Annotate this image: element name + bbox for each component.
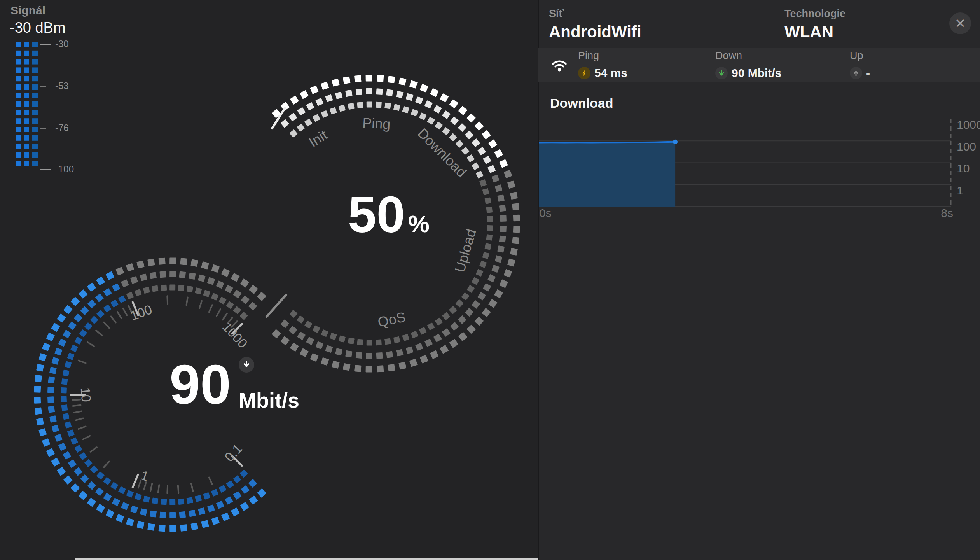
arc-dot <box>504 170 512 178</box>
signal-dot <box>16 59 21 65</box>
current-speed-readout: 90 Mbit/s <box>169 357 299 412</box>
speed-scale-label-1: 1 <box>139 467 150 484</box>
arc-dot <box>366 88 372 94</box>
arc-dot <box>497 194 505 202</box>
speed-minor-tick <box>91 447 97 452</box>
signal-dot <box>16 127 21 132</box>
speed-minor-tick <box>199 301 202 308</box>
arc-dot <box>411 331 418 338</box>
close-button[interactable]: ✕ <box>949 12 971 34</box>
signal-dot <box>16 161 21 166</box>
chart-endpoint-dot <box>673 140 678 144</box>
arc-dot <box>126 263 134 271</box>
arc-dot <box>513 226 520 233</box>
arc-dot <box>376 88 383 95</box>
arc-dot <box>386 351 393 358</box>
arc-dot <box>195 287 202 294</box>
arc-dot <box>80 306 89 315</box>
arc-dot <box>70 437 78 445</box>
arc-dot <box>178 285 184 291</box>
arc-dot <box>398 78 406 86</box>
arc-dot <box>512 203 519 210</box>
test-progress-percent: 50 % <box>323 189 455 247</box>
signal-dot <box>16 118 21 124</box>
arc-dot <box>343 77 351 84</box>
arc-dot <box>357 339 363 345</box>
arc-dot <box>136 261 144 268</box>
arc-dot <box>68 459 77 468</box>
arc-dot <box>306 102 314 111</box>
network-info: Síť AndroidWifi <box>549 9 641 40</box>
arc-dot <box>325 94 333 102</box>
arc-dot <box>335 348 342 355</box>
signal-dot <box>32 127 38 132</box>
arc-dot <box>297 124 305 132</box>
signal-dot <box>16 51 21 56</box>
arc-dot <box>211 517 220 525</box>
arc-dot <box>187 497 193 504</box>
signal-dot <box>24 161 29 166</box>
signal-dot <box>32 42 38 47</box>
arc-dot <box>377 75 384 82</box>
arc-dot <box>152 497 158 504</box>
arc-dot <box>497 245 505 253</box>
phase-label-init: Init <box>306 127 330 150</box>
signal-dot <box>32 93 38 98</box>
stat-ping: Ping 54 ms <box>578 51 627 80</box>
signal-dot <box>16 67 21 73</box>
arc-dot <box>79 491 88 500</box>
speed-value: 90 <box>169 357 231 412</box>
arc-dot <box>179 511 186 518</box>
gauge-separator-slash <box>267 295 286 317</box>
arc-dot <box>159 271 166 278</box>
arc-dot <box>135 289 142 296</box>
arc-dot <box>90 466 98 474</box>
arc-dot <box>201 520 209 528</box>
arc-dot <box>233 491 241 500</box>
arc-dot <box>330 107 337 114</box>
arc-dot <box>35 375 42 382</box>
arc-dot <box>87 481 96 490</box>
arc-dot <box>458 123 466 132</box>
arc-dot <box>495 255 503 263</box>
arc-dot <box>106 509 115 518</box>
arc-dot <box>435 122 443 130</box>
arc-dot <box>58 338 66 346</box>
arc-dot <box>211 489 219 497</box>
speed-minor-tick <box>111 316 115 322</box>
arc-dot <box>249 285 258 294</box>
arc-dot <box>112 498 121 506</box>
arc-dot <box>406 346 414 354</box>
arc-dot <box>288 326 297 334</box>
arc-dot <box>231 273 240 282</box>
arc-dot <box>169 284 175 290</box>
signal-dot <box>24 42 29 47</box>
arc-dot <box>488 299 498 308</box>
arc-dot <box>415 343 423 351</box>
arc-dot <box>51 425 59 432</box>
arc-dot <box>150 272 157 279</box>
speed-minor-tick <box>209 305 212 312</box>
speed-minor-tick <box>73 405 81 406</box>
signal-dot <box>24 84 29 90</box>
chart-y-label: 100 <box>957 140 976 153</box>
speed-minor-tick <box>167 486 168 494</box>
arc-dot <box>126 518 134 526</box>
arc-dot <box>348 103 355 110</box>
arc-dot <box>161 285 167 291</box>
signal-dot <box>32 51 38 56</box>
wifi-icon <box>550 55 569 74</box>
arc-dot <box>218 297 226 304</box>
arc-dot <box>467 285 475 293</box>
arc-dot <box>87 498 96 507</box>
arc-dot <box>477 147 486 156</box>
arc-dot <box>420 84 428 92</box>
arc-dot <box>87 283 96 292</box>
arc-dot <box>231 508 240 516</box>
arc-dot <box>115 514 124 523</box>
arc-dot <box>384 338 391 345</box>
arc-dot <box>335 92 342 99</box>
arc-dot <box>393 104 400 111</box>
arc-dot <box>189 273 196 280</box>
arc-dot <box>420 355 428 363</box>
